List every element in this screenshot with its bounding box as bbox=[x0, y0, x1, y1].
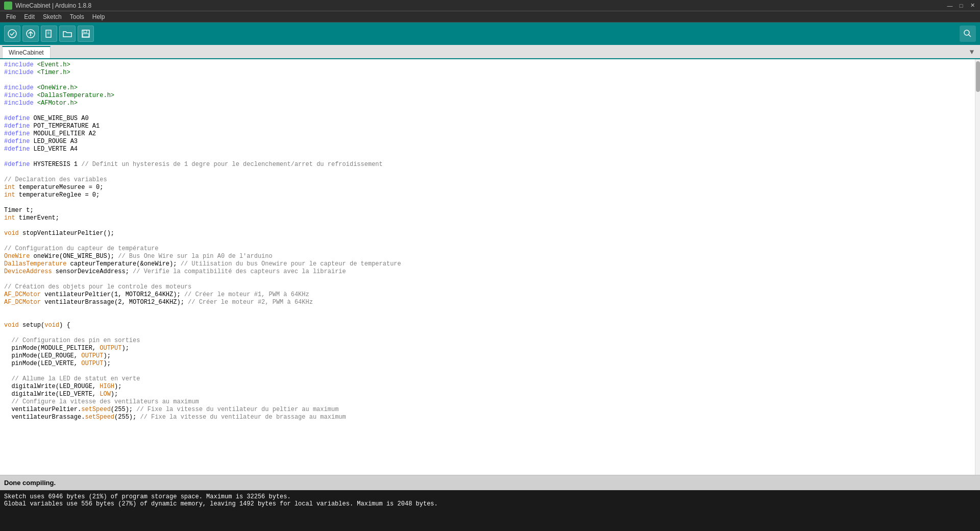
code-line-33 bbox=[0, 306, 975, 314]
code-line-7 bbox=[0, 107, 975, 115]
code-line-3 bbox=[0, 77, 975, 84]
svg-rect-8 bbox=[83, 34, 89, 37]
code-line-29 bbox=[0, 276, 975, 283]
code-line-12: #define LED_VERTE A4 bbox=[0, 146, 975, 153]
code-line-26: OneWire oneWire(ONE_WIRE_BUS); // Bus On… bbox=[0, 253, 975, 260]
output-line-2: Global variables use 556 bytes (27%) of … bbox=[4, 500, 976, 508]
new-icon bbox=[45, 30, 53, 38]
svg-point-9 bbox=[964, 30, 969, 35]
open-button[interactable] bbox=[59, 26, 76, 42]
verify-icon bbox=[8, 29, 17, 38]
menu-file[interactable]: File bbox=[2, 12, 20, 21]
tab-winecabinet[interactable]: WineCabinet bbox=[2, 46, 51, 58]
toolbar bbox=[0, 22, 980, 45]
open-icon bbox=[63, 30, 72, 38]
editor-area: #include <Event.h> #include <Timer.h> #i… bbox=[0, 59, 980, 475]
menu-sketch[interactable]: Sketch bbox=[39, 12, 66, 21]
code-line-36 bbox=[0, 329, 975, 337]
code-line-15 bbox=[0, 168, 975, 176]
tab-label: WineCabinet bbox=[9, 49, 44, 56]
app-icon bbox=[4, 2, 12, 10]
code-line-37: // Configuration des pin en sorties bbox=[0, 337, 975, 345]
tab-bar: WineCabinet ▼ bbox=[0, 45, 980, 59]
maximize-button[interactable]: □ bbox=[958, 2, 965, 9]
code-line-4: #include <OneWire.h> bbox=[0, 84, 975, 92]
code-line-6: #include <AFMotor.h> bbox=[0, 100, 975, 107]
code-content[interactable]: #include <Event.h> #include <Timer.h> #i… bbox=[0, 59, 975, 475]
code-line-10: #define MODULE_PELTIER A2 bbox=[0, 130, 975, 138]
vertical-scrollbar[interactable] bbox=[975, 59, 980, 475]
code-line-32: AF_DCMotor ventilateurBrassage(2, MOTOR1… bbox=[0, 299, 975, 306]
code-line-40: pinMode(LED_VERTE, OUTPUT); bbox=[0, 360, 975, 368]
save-icon bbox=[81, 29, 90, 38]
code-line-17: int temperatureMesuree = 0; bbox=[0, 184, 975, 191]
console-status-bar: Done compiling. bbox=[0, 475, 980, 490]
title-bar: WineCabinet | Arduino 1.8.8 — □ ✕ bbox=[0, 0, 980, 11]
menu-edit[interactable]: Edit bbox=[20, 12, 39, 21]
code-line-20: Timer t; bbox=[0, 207, 975, 214]
code-line-1: #include <Event.h> bbox=[0, 61, 975, 69]
code-line-9: #define POT_TEMPERATURE A1 bbox=[0, 123, 975, 130]
code-line-19 bbox=[0, 199, 975, 207]
code-line-34 bbox=[0, 314, 975, 322]
code-line-8: #define ONE_WIRE_BUS A0 bbox=[0, 115, 975, 123]
code-line-35: void setup(void) { bbox=[0, 322, 975, 329]
menu-tools[interactable]: Tools bbox=[66, 12, 88, 21]
code-line-47: ventilateurBrassage.setSpeed(255); // Fi… bbox=[0, 414, 975, 421]
code-line-45: // Configure la vitesse des ventilateurs… bbox=[0, 398, 975, 406]
code-line-30: // Création des objets pour le controle … bbox=[0, 283, 975, 291]
title-text: WineCabinet | Arduino 1.8.8 bbox=[4, 2, 91, 10]
code-line-11: #define LED_ROUGE A3 bbox=[0, 138, 975, 146]
window-controls: — □ ✕ bbox=[946, 2, 976, 9]
tab-expand-button[interactable]: ▼ bbox=[966, 46, 978, 58]
code-line-41 bbox=[0, 368, 975, 375]
code-line-2: #include <Timer.h> bbox=[0, 69, 975, 77]
output-area: Sketch uses 6946 bytes (21%) of program … bbox=[0, 490, 980, 531]
code-line-43: digitalWrite(LED_ROUGE, HIGH); bbox=[0, 383, 975, 391]
code-line-24 bbox=[0, 237, 975, 245]
upload-button[interactable] bbox=[22, 26, 39, 42]
code-line-16: // Declaration des variables bbox=[0, 176, 975, 184]
svg-line-10 bbox=[969, 35, 971, 37]
code-line-31: AF_DCMotor ventilateurPeltier(1, MOTOR12… bbox=[0, 291, 975, 299]
save-button[interactable] bbox=[78, 26, 94, 42]
code-line-5: #include <DallasTemperature.h> bbox=[0, 92, 975, 100]
menu-bar: File Edit Sketch Tools Help bbox=[0, 11, 980, 22]
upload-icon bbox=[26, 29, 35, 38]
code-line-14: #define HYSTERESIS 1 // Definit un hyste… bbox=[0, 161, 975, 168]
compile-status: Done compiling. bbox=[4, 479, 56, 487]
code-line-46: ventilateurPeltier.setSpeed(255); // Fix… bbox=[0, 406, 975, 414]
code-line-38: pinMode(MODULE_PELTIER, OUTPUT); bbox=[0, 345, 975, 352]
code-line-18: int temperatureReglee = 0; bbox=[0, 191, 975, 199]
code-line-42: // Allume la LED de statut en verte bbox=[0, 375, 975, 383]
window-title: WineCabinet | Arduino 1.8.8 bbox=[15, 2, 91, 9]
code-line-23: void stopVentilateurPeltier(); bbox=[0, 230, 975, 237]
search-icon bbox=[964, 30, 972, 38]
code-line-21: int timerEvent; bbox=[0, 214, 975, 222]
code-line-39: pinMode(LED_ROUGE, OUTPUT); bbox=[0, 352, 975, 360]
code-line-22 bbox=[0, 222, 975, 230]
search-button[interactable] bbox=[960, 26, 976, 42]
close-button[interactable]: ✕ bbox=[969, 2, 976, 9]
code-line-44: digitalWrite(LED_VERTE, LOW); bbox=[0, 391, 975, 398]
code-line-25: // Configuration du capteur de températu… bbox=[0, 245, 975, 253]
code-line-27: DallasTemperature capteurTemperature(&on… bbox=[0, 260, 975, 268]
svg-point-0 bbox=[8, 30, 16, 38]
minimize-button[interactable]: — bbox=[946, 2, 953, 9]
output-line-1: Sketch uses 6946 bytes (21%) of program … bbox=[4, 493, 976, 500]
new-button[interactable] bbox=[41, 26, 57, 42]
verify-button[interactable] bbox=[4, 26, 20, 42]
code-line-28: DeviceAddress sensorDeviceAddress; // Ve… bbox=[0, 268, 975, 276]
menu-help[interactable]: Help bbox=[88, 12, 109, 21]
code-line-13 bbox=[0, 153, 975, 161]
